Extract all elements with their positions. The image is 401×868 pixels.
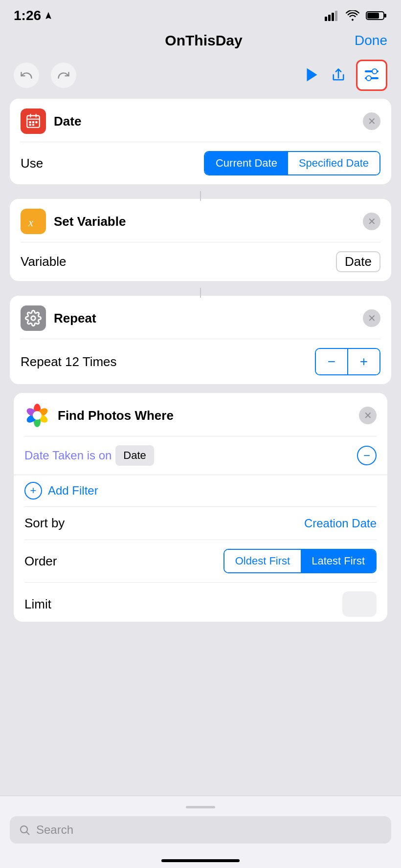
add-filter-row: + Add Filter <box>14 475 387 506</box>
svg-marker-7 <box>307 68 317 81</box>
play-button[interactable] <box>303 66 321 85</box>
settings-toggle-icon <box>363 66 380 84</box>
photos-icon <box>24 403 50 428</box>
gear-icon <box>25 310 42 326</box>
set-variable-title: Set Variable <box>54 214 126 229</box>
battery-icon <box>366 10 387 21</box>
date-use-label: Use <box>21 156 43 171</box>
svg-point-9 <box>372 69 377 74</box>
date-segmented-control[interactable]: Current Date Specified Date <box>204 151 380 175</box>
add-filter-plus-button[interactable]: + <box>24 482 42 499</box>
set-variable-close[interactable]: ✕ <box>363 213 380 230</box>
svg-rect-17 <box>32 121 34 123</box>
specified-date-option[interactable]: Specified Date <box>288 152 379 174</box>
variable-label: Variable <box>21 254 66 269</box>
connector-line-2 <box>200 288 201 298</box>
set-variable-card: x Set Variable ✕ Variable Date <box>10 199 391 281</box>
svg-rect-6 <box>367 13 379 19</box>
status-icons <box>325 10 387 21</box>
sort-label: Sort by <box>24 516 65 531</box>
connector-1 <box>10 191 391 201</box>
oldest-first-option[interactable]: Oldest First <box>224 550 301 572</box>
limit-label: Limit <box>24 597 51 612</box>
svg-point-31 <box>21 826 27 833</box>
settings-toggle-button[interactable] <box>356 60 387 91</box>
filter-minus-button[interactable]: − <box>357 446 377 465</box>
svg-point-11 <box>366 76 371 81</box>
svg-rect-3 <box>335 11 337 21</box>
date-card-icon <box>21 108 46 134</box>
svg-text:x: x <box>28 217 33 229</box>
share-button[interactable] <box>331 66 346 85</box>
connector-line-1 <box>200 191 201 201</box>
undo-button[interactable] <box>14 63 39 88</box>
redo-icon <box>57 68 70 82</box>
play-icon <box>303 66 321 84</box>
home-indicator <box>161 859 240 862</box>
date-card: Date ✕ Use Current Date Specified Date <box>10 99 391 184</box>
stepper-minus-button[interactable]: − <box>316 349 347 374</box>
svg-rect-2 <box>332 13 334 21</box>
date-card-close[interactable]: ✕ <box>363 112 380 130</box>
filter-chip[interactable]: Date <box>115 445 154 466</box>
svg-rect-0 <box>325 17 327 21</box>
date-use-row: Use Current Date Specified Date <box>10 142 391 184</box>
order-label: Order <box>24 554 57 569</box>
signal-icon <box>325 10 339 21</box>
content-area: Date ✕ Use Current Date Specified Date x <box>0 99 401 630</box>
svg-point-22 <box>31 316 36 321</box>
nav-bar: OnThisDay Done <box>0 27 401 54</box>
connector-2 <box>10 288 391 298</box>
search-icon <box>19 824 30 836</box>
latest-first-option[interactable]: Latest First <box>301 550 376 572</box>
limit-row: Limit <box>14 583 387 622</box>
repeat-title: Repeat <box>54 311 96 326</box>
find-photos-close[interactable]: ✕ <box>359 407 377 424</box>
search-placeholder: Search <box>36 823 73 837</box>
undo-icon <box>20 68 33 82</box>
current-date-option[interactable]: Current Date <box>205 152 288 174</box>
nav-title: OnThisDay <box>165 32 242 49</box>
wifi-icon <box>345 10 360 21</box>
stepper-plus-button[interactable]: + <box>348 349 379 374</box>
calendar-icon <box>25 113 42 130</box>
order-row: Order Oldest First Latest First <box>14 540 387 582</box>
set-variable-card-header: x Set Variable ✕ <box>10 199 391 242</box>
svg-rect-16 <box>29 121 31 123</box>
location-icon <box>44 11 53 20</box>
svg-line-32 <box>27 832 30 835</box>
limit-toggle[interactable] <box>342 591 377 617</box>
repeat-row: Repeat 12 Times − + <box>10 339 391 384</box>
search-bar-container: Search <box>0 796 401 868</box>
share-icon <box>331 66 346 84</box>
redo-button[interactable] <box>51 63 76 88</box>
find-photos-card: Find Photos Where ✕ Date Taken is on Dat… <box>14 393 387 622</box>
svg-rect-20 <box>32 124 34 126</box>
variable-row: Variable Date <box>10 242 391 281</box>
find-photos-title: Find Photos Where <box>58 408 174 423</box>
status-bar: 1:26 <box>0 0 401 27</box>
variable-icon: x <box>25 213 42 230</box>
svg-rect-1 <box>328 15 331 21</box>
date-card-header: Date ✕ <box>10 99 391 142</box>
order-segmented-control[interactable]: Oldest First Latest First <box>223 549 377 573</box>
variable-value[interactable]: Date <box>336 251 380 272</box>
repeat-icon <box>21 305 46 331</box>
date-card-title: Date <box>54 114 81 129</box>
search-bar[interactable]: Search <box>10 816 391 844</box>
repeat-label: Repeat 12 Times <box>21 354 117 369</box>
svg-rect-19 <box>29 124 31 126</box>
repeat-close[interactable]: ✕ <box>363 309 380 327</box>
repeat-card-header: Repeat ✕ <box>10 296 391 339</box>
find-photos-header: Find Photos Where ✕ <box>14 393 387 436</box>
drag-indicator <box>186 806 215 808</box>
svg-rect-18 <box>35 121 37 123</box>
sort-value[interactable]: Creation Date <box>304 517 377 530</box>
toolbar <box>0 54 401 99</box>
done-button[interactable]: Done <box>355 33 387 48</box>
repeat-stepper[interactable]: − + <box>315 348 380 375</box>
sort-row: Sort by Creation Date <box>14 507 387 540</box>
filter-label: Date Taken is on <box>24 449 111 462</box>
add-filter-label[interactable]: Add Filter <box>48 484 98 498</box>
repeat-card: Repeat ✕ Repeat 12 Times − + <box>10 296 391 384</box>
